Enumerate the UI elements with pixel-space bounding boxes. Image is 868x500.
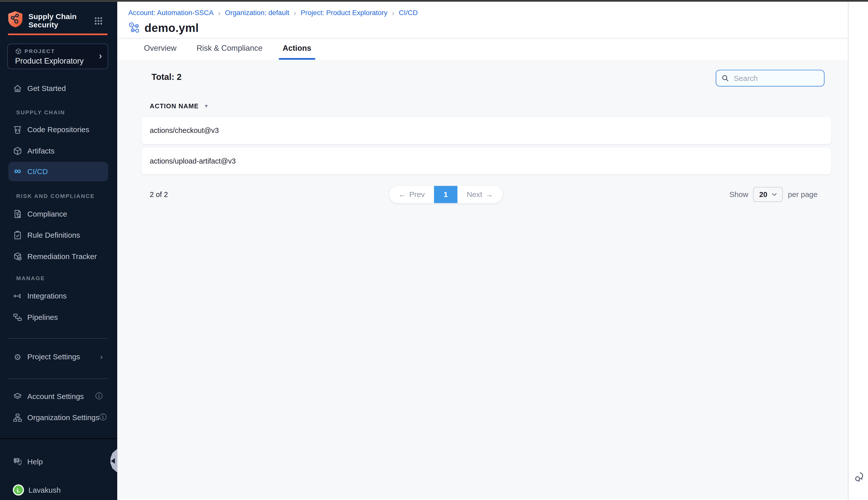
tab-overview[interactable]: Overview (140, 38, 180, 59)
sidebar-item-artifacts[interactable]: Artifacts (8, 141, 108, 161)
breadcrumb: Account: Automation-SSCA › Organization:… (128, 9, 418, 17)
breadcrumb-project-link[interactable]: Project: Product Exploratory (301, 9, 387, 17)
sidebar-item-label: Rule Definitions (27, 231, 80, 239)
search-box[interactable] (716, 70, 824, 87)
show-label: Show (729, 190, 748, 198)
rule-definitions-clipboard-icon (13, 230, 22, 240)
column-header-action-name[interactable]: ACTION NAME ▾ (150, 103, 208, 109)
action-name-cell: actions/upload-artifact@v3 (150, 157, 235, 165)
chevron-right-icon: › (100, 353, 103, 361)
next-label: Next (467, 190, 482, 198)
sidebar: Supply Chain Security PROJECT Product Ex… (0, 1, 117, 500)
tab-bar: Overview Risk & Compliance Actions (117, 38, 848, 59)
breadcrumb-separator-icon: › (218, 9, 220, 17)
table-row[interactable]: actions/checkout@v3 (141, 117, 831, 144)
sidebar-item-organization-settings[interactable]: Organization Settings ⓘ (8, 408, 108, 428)
prev-page-button[interactable]: ← Prev (389, 186, 434, 203)
action-name-cell: actions/checkout@v3 (150, 126, 219, 135)
sidebar-item-compliance[interactable]: Compliance (8, 204, 108, 224)
sidebar-item-code-repositories[interactable]: Code Repositories (8, 120, 108, 139)
info-icon[interactable]: ⓘ (95, 391, 103, 401)
brand-accent-rule (8, 33, 108, 35)
collapse-left-arrow-icon (111, 458, 115, 463)
sidebar-item-pipelines[interactable]: Pipelines (8, 307, 108, 327)
integrations-icon (13, 291, 22, 300)
project-selector-value: Product Exploratory (15, 56, 84, 65)
search-input[interactable] (733, 73, 819, 83)
artifacts-icon (13, 146, 22, 156)
arrow-right-icon: → (486, 190, 493, 198)
page-number-button[interactable]: 1 (434, 186, 458, 203)
code-repositories-icon (13, 125, 22, 134)
window-top-bar (0, 0, 868, 1)
chat-support-icon[interactable] (853, 471, 864, 483)
home-icon (13, 83, 22, 93)
module-grid-icon[interactable] (94, 16, 103, 25)
sidebar-item-get-started[interactable]: Get Started (8, 78, 108, 98)
page-size-control: Show 20 per page (729, 186, 818, 203)
sidebar-item-label: Integrations (27, 292, 67, 300)
page-header: Account: Automation-SSCA › Organization:… (117, 1, 848, 38)
cicd-infinity-icon: ∞ (13, 167, 22, 176)
sidebar-item-remediation-tracker[interactable]: Remediation Tracker (8, 247, 108, 266)
sidebar-item-label: Get Started (27, 84, 66, 92)
sidebar-item-label: Account Settings (27, 392, 84, 400)
section-label-supply-chain: SUPPLY CHAIN (16, 109, 65, 115)
organization-settings-icon (13, 413, 22, 422)
sort-desc-icon: ▾ (205, 103, 208, 109)
info-icon[interactable]: ⓘ (100, 412, 107, 422)
sidebar-item-label: Pipelines (27, 313, 58, 321)
remediation-tracker-icon (13, 251, 22, 261)
supply-chain-security-logo-icon (7, 10, 23, 27)
pipelines-icon (13, 312, 22, 322)
section-label-risk-and-compliance: RISK AND COMPLIANCE (16, 193, 95, 199)
user-name: Lavakush (28, 486, 60, 494)
sidebar-item-rule-definitions[interactable]: Rule Definitions (8, 225, 108, 245)
project-selector[interactable]: PROJECT Product Exploratory › (7, 43, 108, 69)
pagination: ← Prev 1 Next → (389, 186, 502, 203)
compliance-document-icon (13, 209, 22, 219)
sidebar-user[interactable]: L Lavakush (8, 480, 108, 500)
sidebar-divider (8, 378, 108, 379)
section-label-manage: MANAGE (16, 275, 45, 281)
sidebar-item-project-settings[interactable]: ⚙ Project Settings › (8, 347, 108, 366)
tab-actions[interactable]: Actions (279, 38, 315, 59)
actions-content: Total: 2 ACTION NAME ▾ actions/checkout@… (117, 59, 848, 499)
pagination-range: 2 of 2 (150, 186, 168, 203)
breadcrumb-cicd-link[interactable]: CI/CD (399, 9, 418, 17)
page-size-select[interactable]: 20 (753, 187, 783, 202)
next-page-button[interactable]: Next → (458, 186, 502, 203)
breadcrumb-separator-icon: › (392, 9, 394, 17)
sidebar-item-label: Code Repositories (27, 125, 90, 134)
chevron-right-icon: › (99, 51, 102, 60)
sidebar-item-label: Project Settings (27, 353, 80, 361)
sidebar-bottom-section: ? Help L Lavakush (0, 438, 116, 500)
total-count: Total: 2 (151, 72, 182, 82)
per-page-label: per page (788, 190, 818, 198)
project-cube-icon (15, 48, 22, 55)
account-settings-layers-icon (13, 391, 22, 401)
sidebar-item-label: Artifacts (27, 147, 55, 155)
sidebar-item-cicd[interactable]: ∞ CI/CD (8, 161, 108, 181)
sidebar-item-label: Organization Settings (27, 413, 100, 422)
column-label: ACTION NAME (150, 103, 199, 109)
table-row[interactable]: actions/upload-artifact@v3 (141, 147, 831, 174)
sidebar-item-account-settings[interactable]: Account Settings ⓘ (8, 386, 108, 406)
page-size-value: 20 (759, 190, 767, 198)
breadcrumb-account-link[interactable]: Account: Automation-SSCA (128, 9, 214, 17)
breadcrumb-separator-icon: › (294, 9, 296, 17)
search-icon (721, 74, 729, 82)
breadcrumb-organization-link[interactable]: Organization: default (225, 9, 289, 17)
sidebar-item-label: Help (27, 457, 43, 466)
svg-text:?: ? (16, 458, 18, 462)
prev-label: Prev (409, 190, 425, 198)
page-title: demo.yml (144, 21, 199, 34)
app-window: Supply Chain Security PROJECT Product Ex… (0, 0, 868, 500)
sidebar-item-help[interactable]: ? Help (8, 452, 108, 471)
sidebar-item-label: Remediation Tracker (27, 252, 97, 260)
tab-risk-and-compliance[interactable]: Risk & Compliance (193, 38, 266, 59)
gear-icon: ⚙ (13, 352, 22, 361)
sidebar-item-label: Compliance (27, 209, 67, 218)
sidebar-item-integrations[interactable]: Integrations (8, 286, 108, 306)
arrow-left-icon: ← (398, 190, 406, 198)
